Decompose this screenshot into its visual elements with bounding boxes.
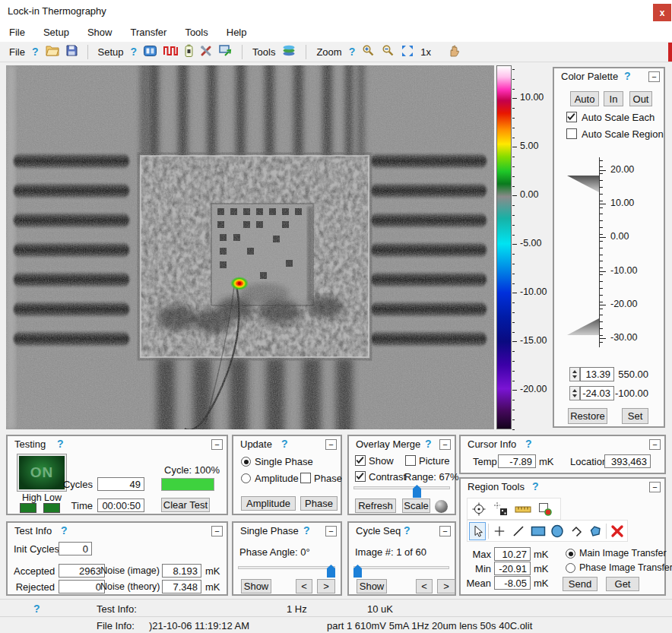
prev-button[interactable]: < — [416, 579, 433, 593]
thermal-image[interactable] — [6, 65, 494, 429]
rectangle-tool[interactable] — [530, 522, 547, 540]
spin-up-icon[interactable] — [572, 389, 577, 392]
contrast-checkbox[interactable] — [355, 471, 366, 482]
setup-help-icon[interactable]: ? — [131, 46, 138, 57]
help-icon[interactable]: ? — [425, 438, 432, 449]
help-icon[interactable]: ? — [624, 71, 631, 81]
auto-scale-each-checkbox[interactable] — [566, 112, 577, 122]
collapse-button[interactable]: − — [439, 439, 451, 450]
next-button[interactable]: > — [437, 579, 455, 593]
open-folder-icon[interactable] — [46, 45, 59, 59]
scale-minor-tick — [512, 118, 515, 119]
pixel-grid-icon[interactable] — [491, 500, 511, 518]
crosshair-tool[interactable] — [491, 522, 508, 540]
phase-checkbox[interactable] — [300, 473, 311, 483]
status-help-icon[interactable]: ? — [33, 603, 40, 614]
pan-hand-icon[interactable] — [449, 45, 460, 59]
select-cursor-tool[interactable] — [469, 522, 486, 540]
help-icon[interactable]: ? — [404, 525, 410, 536]
min-scale-handle[interactable] — [567, 318, 600, 337]
scale-button[interactable]: Scale — [402, 498, 430, 513]
waveform-icon[interactable] — [163, 46, 178, 58]
zoom-in-icon[interactable] — [362, 44, 375, 59]
collapse-button[interactable]: − — [325, 439, 337, 450]
clear-test-button[interactable]: Clear Test — [161, 498, 210, 512]
collapse-button[interactable]: − — [649, 439, 661, 450]
amplitude-button[interactable]: Amplitude — [241, 496, 296, 511]
cycle-slider-track[interactable] — [353, 566, 449, 569]
tools-icon[interactable] — [200, 45, 212, 59]
layers-icon[interactable] — [282, 45, 296, 59]
in-button[interactable]: In — [604, 91, 623, 106]
help-icon[interactable]: ? — [61, 525, 68, 536]
zoom-out-icon[interactable] — [382, 44, 395, 59]
save-icon[interactable] — [66, 45, 78, 59]
get-button[interactable]: Get — [606, 577, 639, 591]
transfer-icon[interactable] — [219, 45, 232, 59]
auto-scale-region-checkbox[interactable] — [566, 128, 577, 139]
help-icon[interactable]: ? — [303, 525, 310, 536]
restore-button[interactable]: Restore — [568, 408, 607, 424]
min-input[interactable]: -24.03 — [580, 386, 614, 400]
help-icon[interactable]: ? — [281, 438, 288, 449]
spin-down-icon[interactable] — [572, 394, 577, 397]
target-marker-icon[interactable] — [469, 500, 489, 518]
sphere-icon[interactable] — [435, 500, 448, 513]
menu-setup[interactable]: Setup — [34, 24, 78, 41]
collapse-button[interactable]: − — [211, 526, 223, 536]
spin-down-icon[interactable] — [572, 375, 577, 378]
show-button[interactable]: Show — [241, 579, 271, 593]
auto-button[interactable]: Auto — [570, 91, 599, 106]
next-button[interactable]: > — [317, 579, 335, 593]
help-icon[interactable]: ? — [57, 438, 64, 449]
collapse-button[interactable]: − — [649, 482, 661, 492]
menu-tools[interactable]: Tools — [176, 24, 217, 41]
contrast-slider-track[interactable] — [353, 486, 450, 489]
max-scale-handle[interactable] — [567, 176, 600, 195]
collapse-button[interactable]: − — [325, 526, 337, 536]
file-help-icon[interactable]: ? — [32, 46, 39, 57]
scale-minor-tick — [512, 166, 515, 167]
menu-transfer[interactable]: Transfer — [121, 24, 176, 41]
close-button[interactable]: x — [653, 4, 671, 21]
collapse-button[interactable]: − — [648, 71, 660, 82]
region-capture-icon[interactable] — [535, 500, 555, 518]
picture-checkbox[interactable] — [405, 455, 416, 466]
camera-settings-icon[interactable] — [144, 46, 157, 59]
menu-show[interactable]: Show — [78, 24, 122, 41]
out-button[interactable]: Out — [629, 91, 652, 106]
polyline-tool[interactable] — [568, 522, 585, 540]
zoom-help-icon[interactable]: ? — [349, 46, 356, 57]
collapse-button[interactable]: − — [439, 526, 451, 536]
spin-up-icon[interactable] — [572, 370, 577, 373]
set-button[interactable]: Set — [622, 408, 648, 424]
help-icon[interactable]: ? — [532, 481, 539, 492]
zoom-fit-icon[interactable] — [401, 45, 414, 59]
single-phase-radio[interactable] — [241, 457, 251, 467]
amplitude-radio[interactable] — [241, 473, 251, 483]
line-tool[interactable] — [510, 522, 527, 540]
send-button[interactable]: Send — [563, 577, 598, 591]
ruler-icon[interactable] — [513, 500, 533, 518]
phase-transfer-radio[interactable] — [566, 563, 575, 573]
ellipse-tool[interactable] — [549, 522, 566, 540]
max-input[interactable]: 13.39 — [580, 367, 614, 381]
delete-region-icon[interactable] — [609, 522, 626, 540]
menu-file[interactable]: File — [0, 24, 34, 41]
min-spinner[interactable] — [569, 386, 580, 400]
prev-button[interactable]: < — [296, 579, 312, 593]
menu-help[interactable]: Help — [217, 24, 256, 41]
phase-slider-track[interactable] — [238, 566, 335, 569]
collapse-button[interactable]: − — [211, 439, 223, 450]
battery-icon[interactable] — [185, 44, 193, 59]
main-transfer-radio[interactable] — [566, 549, 575, 559]
polygon-tool[interactable] — [587, 522, 604, 540]
max-spinner[interactable] — [569, 367, 580, 381]
color-palette-panel: Color Palette ? − Auto In Out Auto Scale… — [553, 67, 665, 428]
thermal-image-canvas[interactable] — [6, 65, 494, 429]
help-icon[interactable]: ? — [525, 438, 532, 449]
refresh-button[interactable]: Refresh — [355, 498, 396, 513]
show-checkbox[interactable] — [355, 455, 366, 466]
phase-button[interactable]: Phase — [300, 496, 338, 511]
show-button[interactable]: Show — [357, 579, 387, 593]
